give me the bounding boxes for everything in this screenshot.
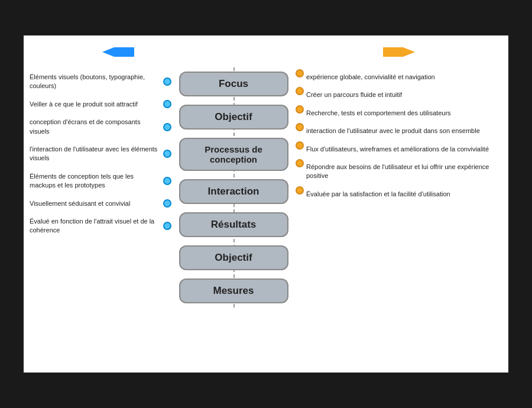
left-text-6: Évalué en fonction de l'attrait visuel e… [30,213,161,239]
center-box-6: Mesures [179,279,288,303]
right-row-4: Flux d'utilisateurs, wireframes et améli… [296,141,502,157]
right-text-5: Répondre aux besoins de l'utilisateur et… [306,159,502,184]
left-text-1: Veiller à ce que le produit soit attract… [30,96,161,112]
dot-left-0 [163,77,171,86]
right-text-0: expérience globale, convivialité et navi… [306,69,502,85]
right-row-2: Recherche, tests et comportement des uti… [296,105,502,121]
left-text-0: Éléments visuels (boutons, typographie, … [30,69,161,95]
center-column: FocusObjectifProcessus de conceptionInte… [171,67,296,307]
right-text-4: Flux d'utilisateurs, wireframes et améli… [306,141,502,157]
dot-right-1 [296,87,304,95]
content-wrapper: Éléments visuels (boutons, typographie, … [30,67,502,307]
dot-right-3 [296,123,304,131]
dot-right-0 [296,69,304,77]
center-box-5: Objectif [179,245,288,270]
left-row-5: Visuellement séduisant et convivial [30,196,171,212]
center-row-3: Interaction [171,177,296,206]
left-text-2: conception d'écrans et de composants vis… [30,114,161,140]
dot-right-4 [296,141,304,150]
right-row-1: Créer un parcours fluide et intuitif [296,87,502,103]
right-row-3: interaction de l'utilisateur avec le pro… [296,123,502,139]
center-row-5: Objectif [171,243,296,273]
center-box-4: Résultats [179,212,288,237]
dot-left-5 [163,199,171,208]
dot-left-6 [163,222,171,230]
left-text-5: Visuellement séduisant et convivial [30,196,161,212]
left-row-6: Évalué en fonction de l'attrait visuel e… [30,213,171,239]
center-row-4: Résultats [171,210,296,239]
left-row-1: Veiller à ce que le produit soit attract… [30,96,171,112]
right-text-2: Recherche, tests et comportement des uti… [306,105,502,121]
left-text-3: l'interaction de l'utilisateur avec les … [30,141,161,167]
right-text-3: interaction de l'utilisateur avec le pro… [306,123,502,139]
right-text-1: Créer un parcours fluide et intuitif [306,87,502,103]
left-row-3: l'interaction de l'utilisateur avec les … [30,141,171,167]
right-text-6: Évaluée par la satisfaction et la facili… [306,186,502,202]
dot-right-5 [296,159,304,167]
center-row-2: Processus de conception [171,135,296,173]
center-row-1: Objectif [171,102,296,132]
left-row-0: Éléments visuels (boutons, typographie, … [30,69,171,95]
center-box-0: Focus [179,72,288,96]
dot-right-2 [296,105,304,114]
left-column: Éléments visuels (boutons, typographie, … [30,67,171,307]
ui-arrow [102,47,134,57]
left-text-4: Éléments de conception tels que les mack… [30,169,161,194]
center-row-6: Mesures [171,276,296,306]
dot-left-2 [163,123,171,131]
right-row-5: Répondre aux besoins de l'utilisateur et… [296,159,502,184]
center-row-0: Focus [171,69,296,99]
center-box-1: Objectif [179,105,288,129]
center-box-2: Processus de conception [179,138,288,171]
center-box-3: Interaction [179,179,288,204]
ux-arrow [383,47,415,57]
left-row-2: conception d'écrans et de composants vis… [30,114,171,140]
dot-left-3 [163,150,171,158]
left-row-4: Éléments de conception tels que les mack… [30,169,171,194]
right-row-6: Évaluée par la satisfaction et la facili… [296,186,502,202]
dot-right-6 [296,186,304,195]
header-row [30,47,502,57]
dot-left-4 [163,177,171,185]
dot-left-1 [163,100,171,108]
slide: Éléments visuels (boutons, typographie, … [24,35,508,373]
right-column: expérience globale, convivialité et navi… [296,67,502,307]
right-row-0: expérience globale, convivialité et navi… [296,69,502,85]
